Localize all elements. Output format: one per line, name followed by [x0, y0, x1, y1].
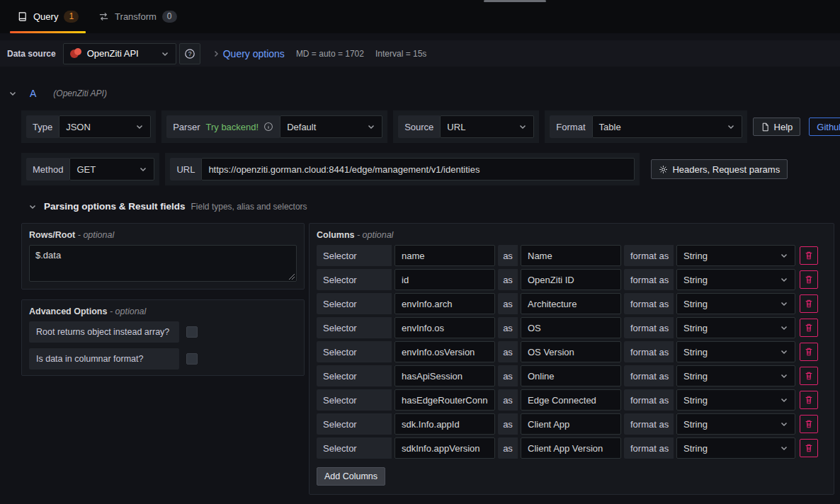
svg-text:?: ?: [188, 50, 191, 57]
alias-input[interactable]: [521, 269, 621, 290]
delete-column-button[interactable]: [800, 439, 818, 457]
selector-input[interactable]: [395, 365, 495, 386]
format-type-select[interactable]: String: [676, 317, 795, 338]
trash-icon: [804, 251, 814, 260]
alias-input[interactable]: [521, 437, 621, 459]
query-count-badge: 1: [64, 11, 79, 23]
openziti-logo-icon: [70, 48, 81, 59]
format-type-select[interactable]: String: [676, 389, 795, 411]
column-row: Selector as format as String: [317, 365, 827, 386]
format-as-label: format as: [624, 365, 674, 386]
root-object-checkbox[interactable]: [186, 326, 198, 338]
chevron-down-icon: [780, 444, 788, 452]
delete-column-button[interactable]: [800, 319, 818, 337]
query-row-header: A (OpenZiti API): [8, 86, 840, 101]
url-input[interactable]: [201, 158, 635, 181]
options-row-2: Method GET URL Headers, Request params: [21, 153, 834, 185]
column-row: Selector as format as String: [317, 317, 827, 338]
format-type-select[interactable]: String: [676, 269, 795, 290]
selector-label: Selector: [317, 413, 392, 435]
source-field: Source URL: [393, 110, 539, 143]
source-select[interactable]: URL: [440, 115, 534, 138]
help-button[interactable]: Help: [753, 118, 801, 136]
chevron-down-icon: [780, 251, 788, 260]
headers-request-params-button[interactable]: Headers, Request params: [651, 159, 788, 179]
alias-input[interactable]: [521, 365, 621, 386]
query-datasource-hint: (OpenZiti API): [53, 88, 107, 98]
method-field: Method GET: [21, 153, 159, 185]
selector-label: Selector: [317, 245, 392, 266]
format-select[interactable]: Table: [592, 115, 742, 138]
as-label: as: [498, 293, 518, 314]
alias-input[interactable]: [521, 413, 621, 435]
column-row: Selector as format as String: [317, 245, 827, 266]
alias-input[interactable]: [521, 245, 621, 266]
chevron-down-icon: [161, 50, 169, 58]
selector-input[interactable]: [395, 341, 495, 362]
parsing-section-title: Parsing options & Result fields: [44, 201, 186, 212]
type-select[interactable]: JSON: [59, 115, 151, 138]
selector-label: Selector: [317, 437, 392, 459]
format-type-select[interactable]: String: [676, 293, 795, 314]
github-button[interactable]: Github: [809, 118, 840, 136]
max-data-points-text: MD = auto = 1702: [296, 49, 364, 59]
selector-input[interactable]: [395, 245, 495, 266]
format-type-select[interactable]: String: [676, 413, 795, 435]
delete-column-button[interactable]: [800, 246, 818, 265]
parsing-panels: Rows/Root - optional $.data Advanced Opt…: [21, 223, 834, 495]
resize-grip-icon[interactable]: [288, 273, 295, 280]
delete-column-button[interactable]: [800, 294, 818, 313]
datasource-picker[interactable]: OpenZiti API: [63, 43, 176, 64]
selector-input[interactable]: [395, 389, 495, 411]
delete-column-button[interactable]: [800, 270, 818, 289]
columnar-format-checkbox[interactable]: [186, 353, 198, 365]
trash-icon: [804, 323, 814, 333]
chevron-down-icon: [780, 348, 788, 356]
selector-input[interactable]: [395, 317, 495, 338]
format-type-select[interactable]: String: [676, 341, 795, 362]
datasource-help-button[interactable]: ?: [179, 43, 200, 64]
trash-icon: [804, 443, 814, 453]
collapse-chevron-icon[interactable]: [8, 89, 17, 98]
root-object-label: Root returns object instead array?: [29, 321, 179, 343]
format-as-label: format as: [624, 293, 674, 314]
trash-icon: [804, 275, 814, 285]
delete-column-button[interactable]: [800, 367, 818, 385]
transform-count-badge: 0: [162, 11, 177, 23]
url-field: URL: [165, 153, 640, 185]
tab-transform[interactable]: Transform 0: [89, 0, 186, 33]
selector-label: Selector: [317, 293, 392, 314]
parser-select[interactable]: Default: [280, 115, 382, 138]
format-type-select[interactable]: String: [676, 245, 795, 266]
add-columns-button[interactable]: Add Columns: [317, 467, 385, 486]
parser-label: Parser Try backend!: [166, 115, 280, 138]
collapse-chevron-icon[interactable]: [28, 202, 37, 211]
source-label: Source: [398, 115, 440, 138]
selector-input[interactable]: [395, 437, 495, 459]
alias-input[interactable]: [521, 317, 621, 338]
rows-root-input[interactable]: $.data: [29, 245, 297, 282]
format-type-select[interactable]: String: [676, 365, 795, 386]
format-type-select[interactable]: String: [676, 437, 795, 459]
as-label: as: [498, 389, 518, 411]
method-select[interactable]: GET: [69, 158, 154, 181]
delete-column-button[interactable]: [800, 415, 818, 433]
alias-input[interactable]: [521, 389, 621, 411]
selector-input[interactable]: [395, 269, 495, 290]
book-icon: [17, 11, 28, 22]
tab-transform-label: Transform: [115, 11, 157, 22]
delete-column-button[interactable]: [800, 343, 818, 361]
alias-input[interactable]: [521, 293, 621, 314]
format-as-label: format as: [624, 269, 674, 290]
delete-column-button[interactable]: [800, 391, 818, 409]
advanced-options-panel: Advanced Options - optional Root returns…: [21, 299, 305, 376]
advanced-options-title: Advanced Options - optional: [22, 300, 304, 321]
query-options-link[interactable]: Query options: [223, 48, 285, 59]
chevron-down-icon: [780, 323, 788, 332]
as-label: as: [498, 437, 518, 459]
alias-input[interactable]: [521, 341, 621, 362]
column-row: Selector as format as String: [317, 341, 827, 362]
tab-query[interactable]: Query 1: [7, 0, 89, 33]
selector-input[interactable]: [395, 293, 495, 314]
selector-input[interactable]: [395, 413, 495, 435]
